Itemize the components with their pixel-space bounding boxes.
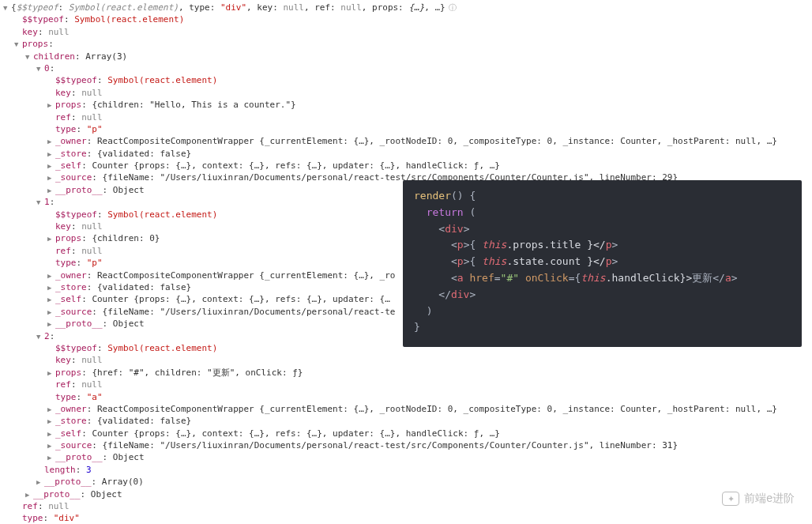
prop-row[interactable]: _owner: ReactCompositeComponentWrapper {… — [3, 135, 809, 147]
code-snippet-overlay: render() { return ( <div> <p>{ this.prop… — [403, 180, 802, 347]
prop-row[interactable]: props: {href: "#", children: "更新", onCli… — [3, 367, 809, 379]
root-summary[interactable]: {$$typeof: Symbol(react.element), type: … — [3, 2, 809, 13]
expand-icon[interactable] — [47, 135, 55, 147]
prop-row[interactable]: __proto__: Object — [3, 451, 809, 463]
prop-row[interactable]: _self: Counter {props: {…}, context: {…}… — [3, 428, 809, 439]
prop-row[interactable]: key: null — [3, 354, 809, 366]
prop-row[interactable]: children: Array(3) — [3, 51, 809, 62]
prop-row[interactable]: _store: {validated: false} — [3, 415, 809, 427]
prop-row[interactable]: type: "a" — [3, 391, 809, 403]
prop-row[interactable]: key: null — [3, 87, 809, 99]
prop-row[interactable]: __proto__: Object — [3, 488, 809, 500]
prop-row[interactable]: key: null — [3, 26, 809, 38]
prop-row[interactable]: props: — [3, 38, 809, 50]
watermark-text: 前端e进阶 — [744, 491, 795, 507]
symbol-value: Symbol(react.element) — [69, 2, 179, 13]
wechat-icon: ✦ — [722, 492, 739, 506]
expand-icon[interactable] — [36, 330, 44, 342]
prop-row[interactable]: _self: Counter {props: {…}, context: {…}… — [3, 160, 809, 172]
expand-icon[interactable] — [47, 428, 55, 439]
expand-icon[interactable] — [25, 488, 33, 500]
array-item[interactable]: 0: — [3, 62, 809, 74]
expand-icon[interactable] — [3, 2, 11, 13]
expand-icon[interactable] — [36, 476, 44, 488]
prop-row[interactable]: type: "div" — [3, 512, 809, 524]
prop-row[interactable]: type: "p" — [3, 123, 809, 135]
prop-row[interactable]: ref: null — [3, 379, 809, 390]
expand-icon[interactable] — [47, 451, 55, 463]
expand-icon[interactable] — [14, 38, 22, 50]
expand-icon[interactable] — [36, 196, 44, 208]
expand-icon[interactable] — [47, 270, 55, 281]
prop-row[interactable]: props: {children: "Hello, This is a coun… — [3, 99, 809, 111]
prop-row[interactable]: __proto__: Array(0) — [3, 476, 809, 488]
expand-icon[interactable] — [47, 99, 55, 111]
prop-row[interactable]: _store: {validated: false} — [3, 148, 809, 160]
info-icon[interactable]: ⓘ — [449, 3, 457, 12]
expand-icon[interactable] — [47, 184, 55, 196]
prop-row[interactable]: $$typeof: Symbol(react.element) — [3, 13, 809, 25]
expand-icon[interactable] — [47, 439, 55, 451]
expand-icon[interactable] — [47, 160, 55, 172]
expand-icon[interactable] — [47, 318, 55, 330]
expand-icon[interactable] — [47, 148, 55, 160]
expand-icon[interactable] — [25, 51, 33, 62]
watermark: ✦ 前端e进阶 — [722, 491, 795, 507]
prop-row[interactable]: _owner: ReactCompositeComponentWrapper {… — [3, 403, 809, 415]
expand-icon[interactable] — [47, 172, 55, 183]
prop-row[interactable]: length: 3 — [3, 464, 809, 476]
prop-row[interactable]: ref: null — [3, 111, 809, 123]
expand-icon[interactable] — [36, 62, 44, 74]
prop-row[interactable]: $$typeof: Symbol(react.element) — [3, 74, 809, 86]
expand-icon[interactable] — [47, 293, 55, 305]
expand-icon[interactable] — [47, 367, 55, 379]
expand-icon[interactable] — [47, 306, 55, 318]
prop-row[interactable]: _source: {fileName: "/Users/liuxinran/Do… — [3, 439, 809, 451]
expand-icon[interactable] — [47, 403, 55, 415]
expand-icon[interactable] — [47, 232, 55, 244]
prop-key: $$typeof — [17, 2, 58, 13]
expand-icon[interactable] — [47, 281, 55, 293]
prop-row[interactable]: ref: null — [3, 500, 809, 512]
expand-icon[interactable] — [47, 415, 55, 427]
